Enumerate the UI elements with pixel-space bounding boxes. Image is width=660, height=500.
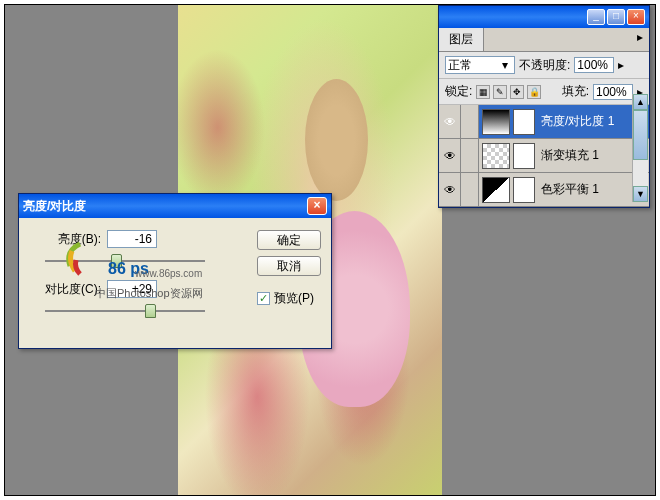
visibility-eye-icon[interactable]: 👁 bbox=[439, 105, 461, 138]
close-icon[interactable]: × bbox=[307, 197, 327, 215]
layer-row[interactable]: 👁 亮度/对比度 1 bbox=[439, 105, 649, 139]
preview-checkbox[interactable]: ✓ bbox=[257, 292, 270, 305]
contrast-slider-thumb[interactable] bbox=[145, 304, 156, 318]
link-column[interactable] bbox=[461, 105, 479, 138]
watermark-logo-icon bbox=[60, 236, 110, 276]
layer-mask-thumbnail[interactable] bbox=[513, 143, 535, 169]
preview-label: 预览(P) bbox=[274, 290, 314, 307]
close-icon[interactable]: × bbox=[627, 9, 645, 25]
layer-scrollbar[interactable]: ▲ ▼ bbox=[632, 94, 648, 202]
blend-mode-value: 正常 bbox=[448, 57, 472, 74]
chevron-down-icon: ▾ bbox=[498, 58, 512, 72]
cancel-button[interactable]: 取消 bbox=[257, 256, 321, 276]
slider-track bbox=[45, 310, 205, 312]
layer-thumbnail[interactable] bbox=[482, 109, 510, 135]
brightness-input[interactable] bbox=[107, 230, 157, 248]
minimize-icon[interactable]: _ bbox=[587, 9, 605, 25]
layer-mask-thumbnail[interactable] bbox=[513, 109, 535, 135]
lock-transparency-icon[interactable]: ▦ bbox=[476, 85, 490, 99]
chevron-right-icon[interactable]: ▸ bbox=[618, 58, 624, 72]
lock-move-icon[interactable]: ✥ bbox=[510, 85, 524, 99]
scroll-up-icon[interactable]: ▲ bbox=[633, 94, 648, 110]
dialog-titlebar[interactable]: 亮度/对比度 × bbox=[19, 194, 331, 218]
panel-tabs: 图层 ▸ bbox=[439, 28, 649, 52]
watermark-url: www.86ps.com bbox=[135, 268, 202, 279]
lock-all-icon[interactable]: 🔒 bbox=[527, 85, 541, 99]
visibility-eye-icon[interactable]: 👁 bbox=[439, 139, 461, 172]
layer-mask-thumbnail[interactable] bbox=[513, 177, 535, 203]
panel-menu-icon[interactable]: ▸ bbox=[631, 28, 649, 51]
layer-thumbnail[interactable] bbox=[482, 177, 510, 203]
tab-layers[interactable]: 图层 bbox=[439, 28, 484, 51]
lock-paint-icon[interactable]: ✎ bbox=[493, 85, 507, 99]
link-column[interactable] bbox=[461, 139, 479, 172]
brightness-slider-thumb[interactable] bbox=[111, 254, 122, 268]
scroll-down-icon[interactable]: ▼ bbox=[633, 186, 648, 202]
fill-input[interactable]: 100% bbox=[593, 84, 633, 100]
panel-titlebar[interactable]: _ □ × bbox=[439, 6, 649, 28]
layer-row[interactable]: 👁 渐变填充 1 bbox=[439, 139, 649, 173]
ok-button[interactable]: 确定 bbox=[257, 230, 321, 250]
layers-panel: _ □ × 图层 ▸ 正常 ▾ 不透明度: 100% ▸ 锁定: ▦ ✎ ✥ 🔒… bbox=[438, 5, 650, 208]
blend-mode-select[interactable]: 正常 ▾ bbox=[445, 56, 515, 74]
lock-label: 锁定: bbox=[445, 83, 472, 100]
layer-list: 👁 亮度/对比度 1 👁 渐变填充 1 👁 色彩平衡 1 bbox=[439, 105, 649, 207]
opacity-input[interactable]: 100% bbox=[574, 57, 614, 73]
maximize-icon[interactable]: □ bbox=[607, 9, 625, 25]
photo-subject-hair bbox=[305, 79, 368, 202]
layer-thumbnail[interactable] bbox=[482, 143, 510, 169]
dialog-title-text: 亮度/对比度 bbox=[23, 198, 307, 215]
visibility-eye-icon[interactable]: 👁 bbox=[439, 173, 461, 206]
fill-label: 填充: bbox=[562, 83, 589, 100]
contrast-slider[interactable] bbox=[45, 302, 205, 320]
watermark-cn-text: 中国Photoshop资源网 bbox=[95, 286, 203, 301]
layer-row[interactable]: 👁 色彩平衡 1 bbox=[439, 173, 649, 207]
link-column[interactable] bbox=[461, 173, 479, 206]
scroll-thumb[interactable] bbox=[633, 110, 648, 160]
opacity-label: 不透明度: bbox=[519, 57, 570, 74]
